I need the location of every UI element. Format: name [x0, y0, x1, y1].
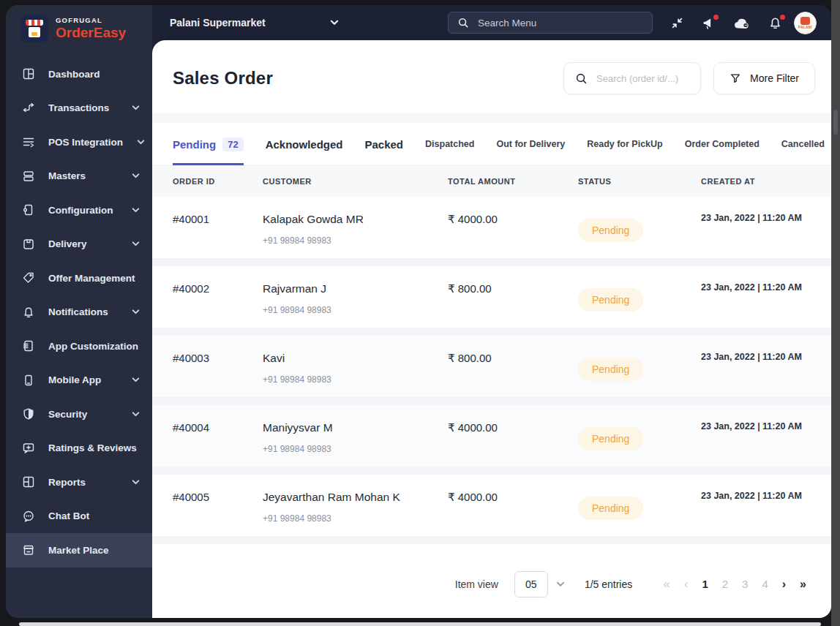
page-number-4[interactable]: 4	[762, 578, 768, 590]
menu-search-input[interactable]	[476, 17, 643, 29]
sidebar-item-ratings-reviews[interactable]: Ratings & Reviews	[6, 431, 152, 466]
notification-dot	[780, 15, 785, 20]
table-row[interactable]: #40004 Maniyysvar M +91 98984 98983 ₹ 40…	[152, 405, 831, 467]
brand-logo[interactable]: GOFRUGAL OrderEasy	[6, 5, 152, 48]
tab-ready-for-pickup[interactable]: Ready for PickUp	[587, 123, 663, 165]
chevron-down-icon	[329, 18, 340, 28]
window-scrollbar[interactable]	[833, 110, 838, 135]
tab-out-for-delivery[interactable]: Out for Delivery	[496, 123, 565, 165]
order-amount: ₹ 4000.00	[448, 213, 578, 258]
first-page-button[interactable]: «	[663, 577, 670, 592]
chevron-down-icon	[136, 137, 146, 147]
tab-dispatched[interactable]: Dispatched	[425, 123, 474, 165]
tab-order-completed[interactable]: Order Completed	[685, 123, 760, 165]
chevron-down-icon	[131, 410, 140, 419]
announcement-icon[interactable]	[702, 16, 716, 30]
order-search-box[interactable]	[563, 62, 701, 94]
table-row[interactable]: #40003 Kavi +91 98984 98983 ₹ 800.00 Pen…	[152, 336, 831, 397]
created-at: 23 Jan, 2022 | 11:20 AM	[701, 213, 811, 258]
order-amount: ₹ 800.00	[448, 352, 578, 397]
column-header: CUSTOMER	[263, 177, 448, 186]
store-selector[interactable]: Palani Supermarket	[170, 17, 340, 29]
sidebar-menu: Dashboard Transactions POS Integration M…	[6, 57, 152, 618]
tab-label: Out for Delivery	[496, 139, 565, 149]
table-row[interactable]: #40005 Jeyavarthan Ram Mohan K +91 98984…	[152, 475, 831, 536]
pagination: « ‹ 1 2 3 4 › »	[663, 577, 806, 592]
status-tabs: Pending 72 Acknowledged Packed Dispatche…	[152, 123, 831, 166]
account-avatar[interactable]: PALANI	[794, 12, 817, 34]
created-at: 23 Jan, 2022 | 11:20 AM	[701, 352, 811, 397]
configuration-icon	[22, 203, 35, 216]
column-header: STATUS	[578, 177, 701, 186]
sidebar: GOFRUGAL OrderEasy Dashboard Transaction…	[6, 5, 152, 618]
sidebar-item-mobile-app[interactable]: Mobile App	[6, 363, 152, 398]
page-number-1[interactable]: 1	[702, 578, 708, 590]
sidebar-item-label: Reports	[48, 477, 86, 488]
sidebar-item-reports[interactable]: Reports	[6, 465, 152, 499]
sidebar-item-pos-integration[interactable]: POS Integration	[6, 125, 152, 159]
tab-label: Dispatched	[425, 139, 474, 149]
page-number-3[interactable]: 3	[742, 578, 748, 590]
order-id: #40005	[173, 491, 263, 536]
transactions-icon	[22, 102, 35, 115]
collapse-icon[interactable]	[670, 16, 684, 30]
page-size-select[interactable]: 05	[514, 571, 548, 597]
tab-packed[interactable]: Packed	[365, 123, 404, 165]
customer-name: Rajvarman J	[263, 282, 448, 295]
row-separator	[152, 397, 831, 405]
sidebar-item-offer-management[interactable]: Offer Management	[6, 261, 152, 295]
table-row[interactable]: #40002 Rajvarman J +91 98984 98983 ₹ 800…	[152, 266, 831, 328]
tab-label: Order Completed	[685, 139, 760, 149]
tab-label: Acknowledged	[266, 138, 343, 151]
chevron-down-icon	[131, 307, 140, 317]
page-number-2[interactable]: 2	[722, 578, 728, 590]
tab-cancelled[interactable]: Cancelled	[781, 123, 825, 165]
column-header: TOTAL AMOUNT	[448, 177, 578, 186]
sidebar-item-security[interactable]: Security	[6, 397, 152, 431]
status-badge: Pending	[578, 288, 643, 312]
sidebar-item-dashboard[interactable]: Dashboard	[6, 57, 152, 91]
customer-phone: +91 98984 98983	[263, 235, 448, 246]
tab-pending[interactable]: Pending 72	[173, 123, 244, 165]
more-filter-button[interactable]: More Filter	[713, 62, 815, 94]
order-id: #40003	[173, 352, 263, 397]
market-place-icon	[22, 543, 35, 557]
tab-acknowledged[interactable]: Acknowledged	[266, 123, 343, 165]
next-page-button[interactable]: ›	[782, 578, 786, 591]
order-id: #40002	[173, 282, 263, 328]
sidebar-item-delivery[interactable]: Delivery	[6, 227, 152, 262]
sidebar-item-app-customization[interactable]: App Customization	[6, 329, 152, 363]
sidebar-item-masters[interactable]: Masters	[6, 159, 152, 194]
status-badge: Pending	[578, 497, 643, 520]
sidebar-item-notifications[interactable]: Notifications	[6, 295, 152, 330]
customer-phone: +91 98984 98983	[263, 444, 448, 454]
order-id: #40004	[173, 421, 263, 467]
cloud-sync-icon[interactable]	[733, 17, 751, 29]
chevron-down-icon[interactable]	[555, 579, 566, 589]
order-amount: ₹ 4000.00	[448, 491, 578, 536]
table-header: ORDER ID CUSTOMER TOTAL AMOUNT STATUS CR…	[152, 166, 831, 197]
notifications-icon	[22, 306, 35, 319]
pending-count-badge: 72	[222, 137, 243, 151]
notification-bell-icon[interactable]	[768, 16, 782, 30]
app-customization-icon	[22, 339, 35, 352]
last-page-button[interactable]: »	[800, 578, 806, 591]
search-icon	[575, 72, 588, 85]
page-title: Sales Order	[173, 68, 273, 88]
sidebar-item-label: Masters	[48, 170, 86, 181]
tab-label: Pending	[173, 138, 216, 151]
row-separator	[152, 258, 831, 266]
sidebar-item-market-place[interactable]: Market Place	[6, 533, 152, 567]
prev-page-button[interactable]: ‹	[684, 577, 689, 592]
table-row[interactable]: #40001 Kalapak Gowda MR +91 98984 98983 …	[152, 197, 831, 258]
avatar-logo-mark	[800, 17, 810, 25]
menu-search-box[interactable]	[448, 12, 653, 34]
sidebar-item-label: Dashboard	[48, 69, 100, 80]
sidebar-item-label: Mobile App	[48, 374, 101, 385]
sidebar-item-label: Notifications	[48, 306, 108, 317]
order-search-input[interactable]	[595, 72, 689, 85]
created-at: 23 Jan, 2022 | 11:20 AM	[701, 282, 811, 328]
sidebar-item-configuration[interactable]: Configuration	[6, 193, 152, 227]
sidebar-item-transactions[interactable]: Transactions	[6, 91, 152, 126]
sidebar-item-chat-bot[interactable]: Chat Bot	[6, 499, 152, 534]
